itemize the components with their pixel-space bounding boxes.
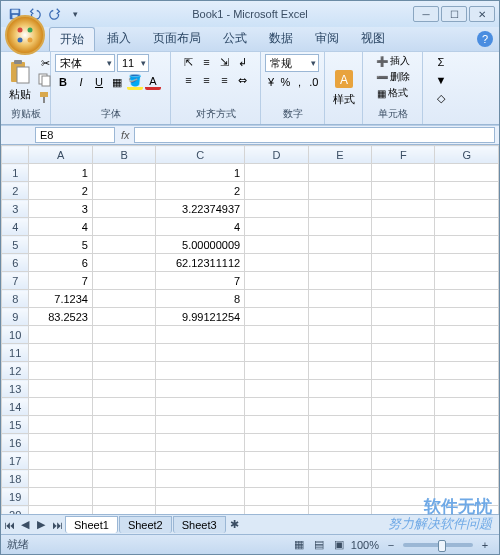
cell[interactable] [92,164,155,182]
align-left-icon[interactable]: ≡ [181,72,197,88]
cell[interactable] [435,290,499,308]
cell[interactable] [308,344,371,362]
format-cells-button[interactable]: ▦格式 [377,86,408,100]
cell[interactable] [435,308,499,326]
minimize-button[interactable]: ─ [413,6,439,22]
column-header[interactable]: D [245,146,308,164]
tab-data[interactable]: 数据 [259,27,303,51]
cell[interactable] [308,452,371,470]
row-header[interactable]: 5 [2,236,29,254]
formula-bar[interactable] [134,127,495,143]
cell[interactable] [435,416,499,434]
paste-button[interactable]: 粘贴 [5,57,35,104]
row-header[interactable]: 9 [2,308,29,326]
cell[interactable] [245,290,308,308]
view-break-icon[interactable]: ▣ [331,537,347,553]
cell[interactable] [372,254,435,272]
cell[interactable] [308,506,371,515]
wrap-icon[interactable]: ↲ [235,54,251,70]
cell[interactable] [29,380,92,398]
sheet-tab-1[interactable]: Sheet1 [65,516,118,533]
cell[interactable]: 1 [29,164,92,182]
align-center-icon[interactable]: ≡ [199,72,215,88]
cell[interactable] [92,380,155,398]
cell[interactable] [308,488,371,506]
cell[interactable]: 83.2523 [29,308,92,326]
cell[interactable] [435,344,499,362]
column-header[interactable]: C [156,146,245,164]
cell[interactable] [308,362,371,380]
cell[interactable] [372,326,435,344]
cell[interactable] [156,506,245,515]
sheet-tab-3[interactable]: Sheet3 [173,516,226,533]
row-header[interactable]: 4 [2,218,29,236]
cell[interactable] [308,218,371,236]
align-bot-icon[interactable]: ⇲ [217,54,233,70]
view-normal-icon[interactable]: ▦ [291,537,307,553]
row-header[interactable]: 3 [2,200,29,218]
align-top-icon[interactable]: ⇱ [181,54,197,70]
cell[interactable]: 1 [156,164,245,182]
cell[interactable] [308,290,371,308]
cell[interactable] [156,326,245,344]
zoom-slider[interactable] [403,543,473,547]
column-header[interactable]: G [435,146,499,164]
cell[interactable] [372,308,435,326]
cell[interactable] [245,452,308,470]
cell[interactable]: 7 [156,272,245,290]
column-header[interactable]: B [92,146,155,164]
cell[interactable] [92,236,155,254]
cell[interactable] [308,272,371,290]
cell[interactable] [92,506,155,515]
cell[interactable] [92,200,155,218]
cell[interactable] [372,380,435,398]
cell[interactable]: 3.22374937 [156,200,245,218]
cell[interactable] [435,218,499,236]
cell[interactable] [245,272,308,290]
cell[interactable] [372,272,435,290]
cell[interactable] [245,254,308,272]
percent-icon[interactable]: % [279,74,291,90]
sheet-tab-2[interactable]: Sheet2 [119,516,172,533]
cell[interactable] [156,434,245,452]
cell[interactable] [435,254,499,272]
cell[interactable] [435,362,499,380]
delete-cells-button[interactable]: ➖删除 [376,70,410,84]
cell[interactable] [92,290,155,308]
sheet-nav-last-icon[interactable]: ⏭ [49,517,65,533]
cell[interactable] [245,470,308,488]
merge-icon[interactable]: ⇔ [235,72,251,88]
cell[interactable] [92,488,155,506]
cell[interactable]: 5.00000009 [156,236,245,254]
cell[interactable] [92,470,155,488]
cell[interactable] [308,326,371,344]
cell[interactable] [92,362,155,380]
cell[interactable] [92,254,155,272]
qat-dropdown-icon[interactable]: ▾ [67,6,83,22]
cell[interactable] [92,398,155,416]
cell[interactable] [308,254,371,272]
row-header[interactable]: 8 [2,290,29,308]
row-header[interactable]: 12 [2,362,29,380]
tab-formula[interactable]: 公式 [213,27,257,51]
name-box[interactable]: E8 [35,127,115,143]
cell[interactable] [308,398,371,416]
row-header[interactable]: 10 [2,326,29,344]
currency-icon[interactable]: ¥ [265,74,277,90]
redo-icon[interactable] [47,6,63,22]
cell[interactable] [29,470,92,488]
cell[interactable] [308,434,371,452]
cell[interactable] [245,182,308,200]
cell[interactable] [92,218,155,236]
cell[interactable] [372,506,435,515]
cell[interactable] [156,452,245,470]
cell[interactable] [156,416,245,434]
cell[interactable] [435,182,499,200]
cell[interactable] [29,326,92,344]
column-header[interactable]: E [308,146,371,164]
cell[interactable] [29,488,92,506]
cell[interactable] [156,398,245,416]
row-header[interactable]: 1 [2,164,29,182]
cell[interactable]: 3 [29,200,92,218]
cell[interactable]: 4 [29,218,92,236]
